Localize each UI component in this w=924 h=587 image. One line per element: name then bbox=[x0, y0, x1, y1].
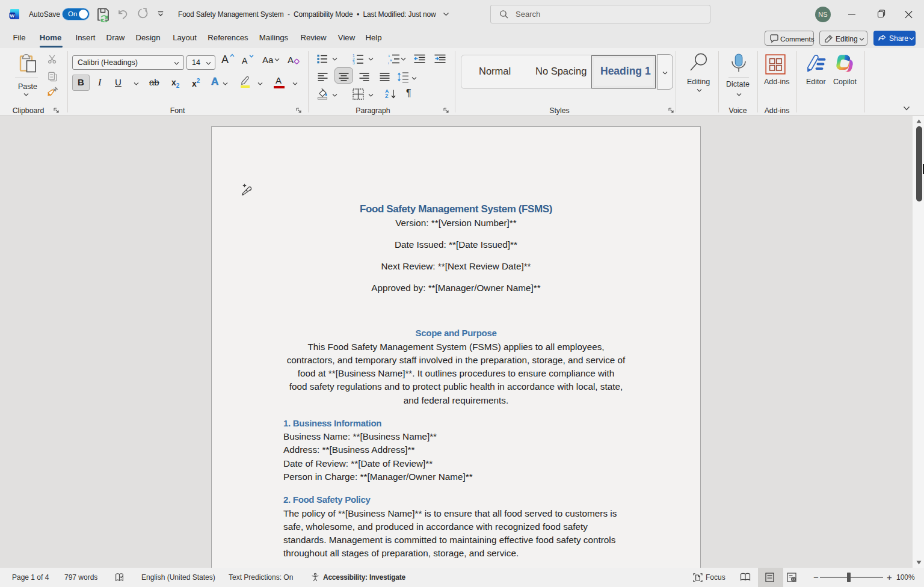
svg-text:a: a bbox=[390, 58, 392, 62]
svg-text:i: i bbox=[388, 61, 389, 64]
svg-text:3: 3 bbox=[353, 61, 355, 64]
svg-text:1: 1 bbox=[388, 54, 390, 58]
svg-text:W: W bbox=[10, 13, 15, 19]
